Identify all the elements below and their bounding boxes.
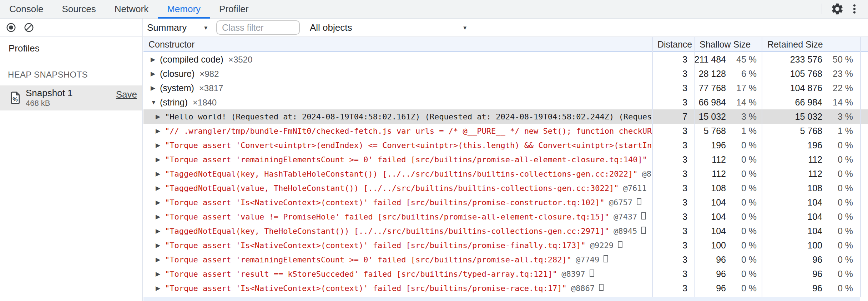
retained-size-value: 5 768: [800, 126, 822, 136]
tab-memory[interactable]: Memory: [158, 0, 210, 18]
missing-glyph-box: [618, 241, 622, 248]
expander-icon[interactable]: ▶: [151, 85, 160, 91]
distance-cell: 3: [652, 267, 694, 281]
expander-icon[interactable]: ▶: [156, 157, 165, 163]
tab-sources[interactable]: Sources: [52, 0, 105, 18]
table-row[interactable]: ▶ "Torque assert 'Is<NativeContext>(cont…: [143, 281, 868, 295]
tab-network[interactable]: Network: [105, 0, 158, 18]
constructor-cell: ▶ "Torque assert 'remainingElementsCount…: [143, 252, 652, 267]
table-row[interactable]: ▶ (closure)×982 3 28 128 6 % 105 768 23 …: [143, 66, 868, 81]
table-row[interactable]: ▶ "TaggedNotEqual(key, TheHoleConstant()…: [143, 224, 868, 238]
constructor-content: "Torque assert 'remainingElementsCount >…: [165, 255, 608, 264]
tab-profiler[interactable]: Profiler: [210, 0, 258, 18]
column-header-retained-size[interactable]: Retained Size: [762, 39, 860, 50]
retained-size-percent: 3 %: [822, 112, 853, 122]
table-row[interactable]: ▶ "Torque assert 'result == kStoreSucced…: [143, 267, 868, 281]
table-row[interactable]: ▶ "Torque assert 'Convert<uintptr>(endIn…: [143, 138, 868, 152]
distance-cell: 3: [652, 252, 694, 267]
expander-icon[interactable]: ▶: [156, 257, 165, 263]
snapshot-size: 468 kB: [26, 99, 73, 108]
table-row[interactable]: ▶ "TaggedNotEqual(value, TheHoleConstant…: [143, 181, 868, 195]
expander-icon[interactable]: ▶: [156, 199, 165, 206]
expander-icon[interactable]: ▶: [151, 56, 160, 63]
devtools-memory-panel: Console Sources Network Memory Profiler: [0, 0, 868, 301]
retained-size-percent: 0 %: [822, 240, 853, 251]
expander-icon[interactable]: ▶: [156, 214, 165, 220]
retained-size-percent: 1 %: [822, 126, 853, 136]
expander-icon[interactable]: ▶: [156, 228, 165, 234]
constructor-content: "// .wrangler/tmp/bundle-FmNIt0/checked-…: [165, 127, 652, 135]
shallow-size-percent: 0 %: [726, 140, 757, 150]
class-filter-input[interactable]: [216, 20, 300, 35]
table-row[interactable]: ▶ (system)×3817 3 77 768 17 % 104 876 22…: [143, 81, 868, 95]
object-scope-select[interactable]: All objects ▼: [310, 22, 470, 33]
save-snapshot-link[interactable]: Save: [116, 89, 137, 100]
column-header-distance[interactable]: Distance: [652, 39, 694, 50]
clear-icon[interactable]: [24, 22, 34, 33]
constructor-content: "TaggedNotEqual(key, TheHoleConstant()) …: [165, 227, 646, 236]
table-row[interactable]: ▶ "Torque assert 'Is<NativeContext>(cont…: [143, 238, 868, 252]
shallow-size-value: 196: [711, 140, 726, 150]
table-row[interactable]: ▶ "Torque assert 'value != PromiseHole' …: [143, 209, 868, 224]
constructor-content: "Torque assert 'Is<NativeContext>(contex…: [165, 241, 622, 250]
retained-size-value: 96: [812, 269, 822, 279]
shallow-size-cell: 100 0 %: [694, 238, 762, 252]
kebab-menu-icon[interactable]: [846, 0, 863, 18]
expander-icon[interactable]: ▶: [156, 185, 165, 191]
shallow-size-cell: 15 032 3 %: [694, 109, 762, 124]
perspective-select[interactable]: Summary ▼: [146, 22, 211, 33]
distance-cell: 3: [652, 124, 694, 138]
expander-icon[interactable]: ▶: [156, 285, 165, 291]
retained-size-percent: 0 %: [822, 255, 853, 265]
expander-icon[interactable]: ▶: [156, 242, 165, 248]
constructor-content: "Torque assert 'value != PromiseHole' fa…: [165, 212, 646, 221]
record-icon[interactable]: [6, 22, 16, 33]
table-row[interactable]: ▶ "Torque assert 'Is<NativeContext>(cont…: [143, 195, 868, 209]
expander-icon[interactable]: ▶: [156, 142, 165, 148]
constructor-content: "Torque assert 'result == kStoreSucceded…: [165, 270, 594, 278]
shallow-size-percent: 0 %: [726, 269, 757, 279]
shallow-size-value: 96: [716, 269, 726, 279]
constructor-cell: ▶ "Torque assert 'result == kStoreSucced…: [143, 267, 652, 281]
table-row[interactable]: ▶ "Hello world! (Requested at: 2024-08-1…: [143, 109, 868, 124]
distance-cell: 3: [652, 95, 694, 109]
sidebar-item-snapshot-1[interactable]: % Snapshot 1 468 kB Save: [0, 85, 142, 110]
shallow-size-cell: 211 484 45 %: [694, 52, 762, 66]
grid-filler-stripe: [143, 297, 860, 301]
table-row[interactable]: ▶ "// .wrangler/tmp/bundle-FmNIt0/checke…: [143, 124, 868, 138]
settings-gear-icon[interactable]: [829, 0, 846, 18]
shallow-size-cell: 96 0 %: [694, 281, 762, 295]
retained-size-value: 105 768: [790, 69, 822, 79]
shallow-size-percent: 6 %: [726, 69, 757, 79]
table-row[interactable]: ▶ (compiled code)×3520 3 211 484 45 % 23…: [143, 52, 868, 66]
column-header-constructor[interactable]: Constructor: [143, 39, 652, 50]
table-row[interactable]: ▶ "TaggedNotEqual(key, HashTableHoleCons…: [143, 167, 868, 181]
expander-icon[interactable]: ▶: [151, 71, 160, 77]
constructor-content: "Torque assert 'remainingElementsCount >…: [165, 155, 647, 164]
table-row[interactable]: ▶ "Torque assert 'remainingElementsCount…: [143, 152, 868, 167]
expander-icon[interactable]: ▶: [156, 128, 165, 134]
missing-glyph-box: [641, 227, 646, 234]
shallow-size-cell: 104 0 %: [694, 195, 762, 209]
expander-icon[interactable]: ▼: [151, 99, 160, 105]
retained-size-value: 104: [807, 212, 822, 222]
constructor-cell: ▶ "Torque assert 'Is<NativeContext>(cont…: [143, 281, 652, 295]
expander-icon[interactable]: ▶: [156, 114, 165, 120]
expander-icon[interactable]: ▶: [156, 271, 165, 277]
shallow-size-percent: 45 %: [726, 54, 757, 65]
heap-snapshot-grid: Constructor Distance Shallow Size Retain…: [143, 37, 868, 301]
shallow-size-percent: 0 %: [726, 197, 757, 208]
expander-icon[interactable]: ▶: [156, 171, 165, 177]
constructor-content: "Torque assert 'Is<NativeContext>(contex…: [165, 198, 641, 207]
retained-size-percent: 0 %: [822, 197, 853, 208]
tab-console[interactable]: Console: [0, 0, 52, 18]
table-row[interactable]: ▶ "Torque assert 'remainingElementsCount…: [143, 252, 868, 267]
shallow-size-value: 15 032: [699, 112, 726, 122]
constructor-content: "Torque assert 'Convert<uintptr>(endInde…: [165, 141, 652, 150]
constructor-content: "Torque assert 'Is<NativeContext>(contex…: [165, 284, 604, 293]
retained-size-cell: 104 0 %: [762, 224, 860, 238]
column-header-shallow-size[interactable]: Shallow Size: [694, 39, 762, 50]
shallow-size-percent: 0 %: [726, 169, 757, 179]
table-row[interactable]: ▼ (string)×1840 3 66 984 14 % 66 984 14 …: [143, 95, 868, 109]
shallow-size-value: 108: [711, 183, 726, 193]
